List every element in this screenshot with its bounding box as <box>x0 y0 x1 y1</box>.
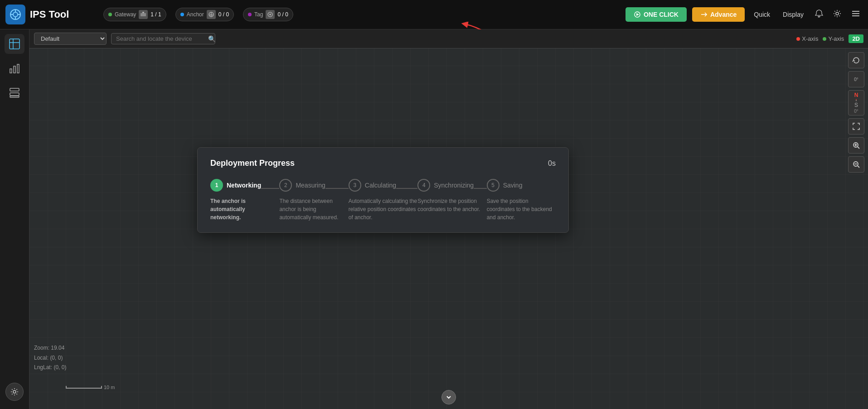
sidebar-item-stats[interactable] <box>5 58 24 78</box>
sidebar-item-map[interactable] <box>5 34 24 54</box>
step-1-connector <box>261 188 279 189</box>
dialog-timer: 0s <box>548 159 556 168</box>
menu-button[interactable] <box>849 7 863 23</box>
step-4-label: Synchronizing <box>434 182 474 189</box>
svg-rect-20 <box>10 39 19 49</box>
svg-point-1 <box>13 12 18 17</box>
svg-marker-28 <box>856 99 857 100</box>
step-5: 5 Saving Save the position coordinates t… <box>487 179 556 221</box>
svg-line-35 <box>858 166 859 168</box>
step-4-circle: 4 <box>417 179 430 192</box>
gateway-count: 1 / 1 <box>150 11 161 18</box>
tag-dot <box>248 13 252 16</box>
anchor-dot <box>180 13 184 16</box>
map-scale: 10 m <box>66 385 115 390</box>
map-floor-select[interactable]: Default <box>34 33 107 45</box>
step-2-label: Measuring <box>296 182 325 189</box>
svg-rect-22 <box>14 66 15 73</box>
svg-marker-29 <box>856 100 857 101</box>
display-button[interactable]: Display <box>779 8 807 21</box>
step-5-desc: Save the position coordinates to the bac… <box>487 197 556 221</box>
step-5-top: 5 Saving <box>487 179 556 192</box>
y-axis-label: Y-axis <box>823 35 844 42</box>
compass-south: S <box>854 102 858 108</box>
svg-line-31 <box>858 147 859 149</box>
scroll-down-button[interactable] <box>441 390 456 404</box>
sidebar-item-list[interactable] <box>5 83 24 103</box>
zoom-in-button[interactable] <box>848 137 864 154</box>
step-3-connector <box>396 188 417 189</box>
quick-button[interactable]: Quick <box>750 8 774 21</box>
compass-control[interactable]: N S 0° <box>848 90 864 115</box>
svg-point-27 <box>13 390 16 393</box>
anchor-label: Anchor <box>187 11 204 18</box>
step-3-desc: Automatically calculating the relative p… <box>349 197 417 221</box>
sidebar <box>0 29 29 409</box>
device-info: Gateway 1 / 1 Anchor 0 / 0 Tag 0 / 0 <box>103 8 618 21</box>
one-click-button[interactable]: ONE CLICK <box>626 7 687 22</box>
fullscreen-button[interactable] <box>848 118 864 135</box>
step-2-connector <box>325 188 349 189</box>
scale-label: 10 m <box>104 385 115 390</box>
map-search-input[interactable] <box>111 33 215 44</box>
step-1-label: Networking <box>227 182 261 189</box>
step-2-desc: The distance between anchor is being aut… <box>279 197 348 221</box>
svg-rect-26 <box>10 96 19 97</box>
svg-rect-25 <box>10 93 19 96</box>
step-4: 4 Synchronizing Synchronize the position… <box>417 179 486 213</box>
step-3: 3 Calculating Automatically calculating … <box>349 179 417 221</box>
dialog-title: Deployment Progress <box>210 159 295 168</box>
tag-label: Tag <box>254 11 263 18</box>
gateway-dot <box>108 13 112 16</box>
step-2: 2 Measuring The distance between anchor … <box>279 179 348 221</box>
zoom-out-button[interactable] <box>848 156 864 173</box>
x-axis-dot <box>796 37 800 41</box>
header: IPS Tool Gateway 1 / 1 Anchor 0 / 0 Tag … <box>0 0 868 29</box>
map-controls-right: 0° N S 0° <box>848 52 864 173</box>
advance-button[interactable]: Advance <box>692 7 745 22</box>
compass-north: N <box>854 92 858 98</box>
main-layout: Default 🔍 X-axis Y-axis 2D 0° <box>0 29 868 409</box>
dialog-header: Deployment Progress 0s <box>210 159 556 168</box>
tag-icon <box>266 10 275 19</box>
map-toolbar: Default 🔍 X-axis Y-axis 2D <box>29 29 868 48</box>
logo-icon <box>5 5 25 24</box>
rotate-degrees: 0° <box>848 71 864 87</box>
search-icon: 🔍 <box>208 35 216 43</box>
step-4-connector <box>474 188 486 189</box>
map-area[interactable]: Default 🔍 X-axis Y-axis 2D 0° <box>29 29 868 409</box>
gateway-label: Gateway <box>115 11 136 18</box>
tag-badge: Tag 0 / 0 <box>243 8 293 21</box>
step-3-circle: 3 <box>349 179 361 192</box>
step-4-desc: Synchronize the position coordinates to … <box>417 197 486 213</box>
step-2-circle: 2 <box>279 179 292 192</box>
zoom-info: Zoom: 19.04 <box>34 343 66 353</box>
step-5-circle: 5 <box>487 179 499 192</box>
header-right: ONE CLICK Advance Quick Display <box>626 7 863 23</box>
tag-count: 0 / 0 <box>277 11 288 18</box>
step-4-top: 4 Synchronizing <box>417 179 486 192</box>
rotate-button[interactable] <box>848 52 864 68</box>
svg-rect-6 <box>141 13 146 16</box>
x-axis-label: X-axis <box>796 35 818 42</box>
step-1-top: 1 Networking <box>210 179 279 192</box>
svg-rect-24 <box>10 88 19 91</box>
y-axis-dot <box>823 37 826 41</box>
svg-point-12 <box>269 14 271 15</box>
svg-rect-21 <box>10 69 12 73</box>
anchor-badge: Anchor 0 / 0 <box>175 8 234 21</box>
notification-button[interactable] <box>813 7 825 22</box>
view-2d-toggle[interactable]: 2D <box>849 34 863 43</box>
sidebar-settings-button[interactable] <box>5 383 24 401</box>
step-5-label: Saving <box>503 182 523 189</box>
step-1: 1 Networking The anchor isautomaticallyn… <box>210 179 279 221</box>
svg-rect-23 <box>17 64 19 73</box>
step-3-label: Calculating <box>365 182 396 189</box>
svg-rect-7 <box>142 12 144 13</box>
anchor-count: 0 / 0 <box>218 11 229 18</box>
gateway-icon <box>139 10 148 19</box>
step-1-desc: The anchor isautomaticallynetworking. <box>210 197 279 221</box>
settings-button[interactable] <box>831 7 844 22</box>
step-3-top: 3 Calculating <box>349 179 417 192</box>
lnglat-info: LngLat: (0, 0) <box>34 363 66 373</box>
